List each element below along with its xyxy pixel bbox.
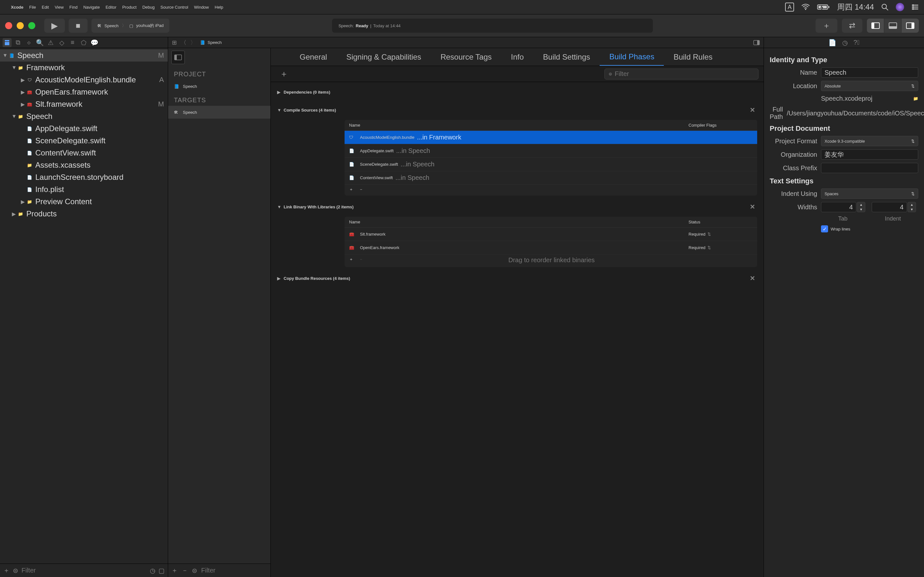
indent-width-field[interactable]: 4 (872, 202, 907, 212)
forward-icon[interactable]: 〉 (190, 39, 196, 47)
scm-filter-icon[interactable]: ▢ (158, 567, 165, 574)
test-navigator-icon[interactable]: ◇ (57, 38, 66, 47)
close-icon[interactable]: ✕ (748, 106, 757, 114)
clock[interactable]: 周四 14:44 (837, 2, 874, 12)
indent-select[interactable]: Spaces⇅ (821, 189, 918, 199)
battery-icon[interactable] (817, 4, 830, 10)
tree-item[interactable]: 📁Assets.xcassets (0, 159, 168, 171)
tab-resource-tags[interactable]: Resource Tags (431, 48, 501, 66)
code-review-button[interactable]: ⇄ (842, 19, 863, 33)
org-field[interactable]: 姜友华 (821, 149, 918, 160)
hide-targets-button[interactable] (171, 51, 185, 64)
remove-source-button[interactable]: － (359, 187, 363, 192)
tree-item[interactable]: 📄SceneDelegate.swift (0, 135, 168, 147)
tree-item[interactable]: ▶📁Preview Content (0, 195, 168, 208)
folder-icon[interactable]: 📁 (913, 96, 918, 101)
tab-build-settings[interactable]: Build Settings (533, 48, 600, 66)
tree-item[interactable]: ▶🛡AcousticModelEnglish.bundleA (0, 74, 168, 86)
control-center-icon[interactable] (911, 4, 919, 10)
add-library-button[interactable]: ＋ (349, 256, 353, 264)
wifi-icon[interactable] (801, 4, 810, 10)
menu-file[interactable]: File (29, 5, 36, 10)
link-row[interactable]: 🧰OpenEars.frameworkRequired ⇅ (344, 241, 757, 255)
indent-stepper[interactable]: ▴▾ (908, 202, 916, 212)
toggle-debug-button[interactable] (884, 19, 901, 33)
run-button[interactable]: ▶ (44, 19, 65, 33)
toggle-inspector-button[interactable] (901, 19, 919, 33)
add-source-button[interactable]: ＋ (349, 187, 353, 192)
find-navigator-icon[interactable]: 🔍 (35, 38, 44, 47)
target-row[interactable]: 🛠 Speech (168, 106, 270, 119)
back-icon[interactable]: 〈 (181, 39, 186, 47)
zoom-window-button[interactable] (28, 22, 35, 29)
menu-view[interactable]: View (55, 5, 63, 10)
targets-filter-input[interactable] (201, 567, 240, 574)
add-target-icon[interactable]: ＋ (171, 566, 178, 575)
phase-copy-header[interactable]: ▶ Copy Bundle Resources (4 items) ✕ (277, 271, 757, 285)
stop-button[interactable]: ■ (69, 19, 87, 33)
menu-navigate[interactable]: Navigate (83, 5, 100, 10)
tree-item[interactable]: ▶📁Products (0, 208, 168, 220)
tree-item[interactable]: 📄ContentView.swift (0, 147, 168, 159)
compile-row[interactable]: 📄ContentView.swift...in Speech (344, 171, 757, 185)
add-icon[interactable]: ＋ (3, 566, 10, 575)
tree-item[interactable]: ▶🧰Slt.frameworkM (0, 98, 168, 110)
tree-root[interactable]: ▼ 📘 Speech M (0, 49, 168, 61)
breakpoint-navigator-icon[interactable]: ⬠ (79, 38, 88, 47)
toggle-navigator-button[interactable] (867, 19, 884, 33)
tree-item[interactable]: ▼📁Framework (0, 61, 168, 74)
wrap-lines-checkbox[interactable]: ✓ Wrap lines (821, 226, 850, 232)
location-select[interactable]: Absolute⇅ (821, 81, 918, 91)
menu-edit[interactable]: Edit (42, 5, 49, 10)
app-menu[interactable]: Xcode (11, 5, 23, 10)
file-inspector-icon[interactable]: 📄 (829, 39, 837, 47)
close-icon[interactable]: ✕ (748, 274, 757, 282)
name-field[interactable]: Speech (821, 67, 918, 77)
tree-item[interactable]: 📄AppDelegate.swift (0, 122, 168, 135)
format-select[interactable]: Xcode 9.3-compatible⇅ (821, 136, 918, 146)
siri-icon[interactable] (896, 3, 904, 11)
source-control-navigator-icon[interactable]: ⧉ (13, 38, 23, 47)
phase-link-header[interactable]: ▼ Link Binary With Libraries (2 items) ✕ (277, 200, 757, 213)
menu-find[interactable]: Find (69, 5, 78, 10)
tree-item[interactable]: ▶🧰OpenEars.framework (0, 86, 168, 98)
minimize-window-button[interactable] (17, 22, 24, 29)
close-window-button[interactable] (5, 22, 12, 29)
menu-debug[interactable]: Debug (142, 5, 155, 10)
phase-compile-header[interactable]: ▼ Compile Sources (4 items) ✕ (277, 103, 757, 117)
phase-dependencies-header[interactable]: ▶ Dependencies (0 items) (277, 85, 757, 99)
tab-build-phases[interactable]: Build Phases (599, 48, 664, 66)
phase-filter-input[interactable] (615, 70, 754, 77)
scheme-selector[interactable]: 🛠 Speech 〉 ▢ youhua的 iPad (91, 19, 170, 33)
tab-build-rules[interactable]: Build Rules (664, 48, 722, 66)
tree-item[interactable]: 📄Info.plist (0, 183, 168, 195)
add-editor-icon[interactable] (753, 40, 760, 45)
tab-general[interactable]: General (290, 48, 336, 66)
help-inspector-icon[interactable]: ?⃝ (853, 39, 859, 46)
navigator-filter-input[interactable] (21, 567, 147, 574)
remove-library-button[interactable]: － (359, 256, 363, 264)
compile-row[interactable]: 📄SceneDelegate.swift...in Speech (344, 158, 757, 171)
tab-stepper[interactable]: ▴▾ (857, 202, 865, 212)
breadcrumb[interactable]: 📘 Speech (200, 40, 222, 45)
menu-source-control[interactable]: Source Control (160, 5, 188, 10)
report-navigator-icon[interactable]: 💬 (90, 38, 99, 47)
menu-window[interactable]: Window (194, 5, 209, 10)
symbol-navigator-icon[interactable]: ⟐ (24, 38, 33, 47)
remove-target-icon[interactable]: － (182, 566, 188, 575)
tab-signing[interactable]: Signing & Capabilities (336, 48, 431, 66)
project-row[interactable]: 📘 Speech (168, 80, 270, 93)
input-source-icon[interactable]: A (785, 3, 794, 11)
recent-icon[interactable]: ◷ (150, 567, 155, 574)
add-phase-button[interactable]: ＋ (276, 68, 292, 79)
debug-navigator-icon[interactable]: ≡ (68, 38, 77, 47)
history-inspector-icon[interactable]: ◷ (842, 39, 848, 47)
menu-editor[interactable]: Editor (105, 5, 116, 10)
tree-item[interactable]: 📄LaunchScreen.storyboard (0, 171, 168, 183)
tab-info[interactable]: Info (501, 48, 533, 66)
tab-width-field[interactable]: 4 (821, 202, 856, 212)
issue-navigator-icon[interactable]: ⚠ (46, 38, 55, 47)
project-navigator-icon[interactable] (3, 38, 11, 47)
compile-row[interactable]: 🛡AcousticModelEnglish.bundle...in Framew… (344, 131, 757, 144)
menu-product[interactable]: Product (122, 5, 137, 10)
